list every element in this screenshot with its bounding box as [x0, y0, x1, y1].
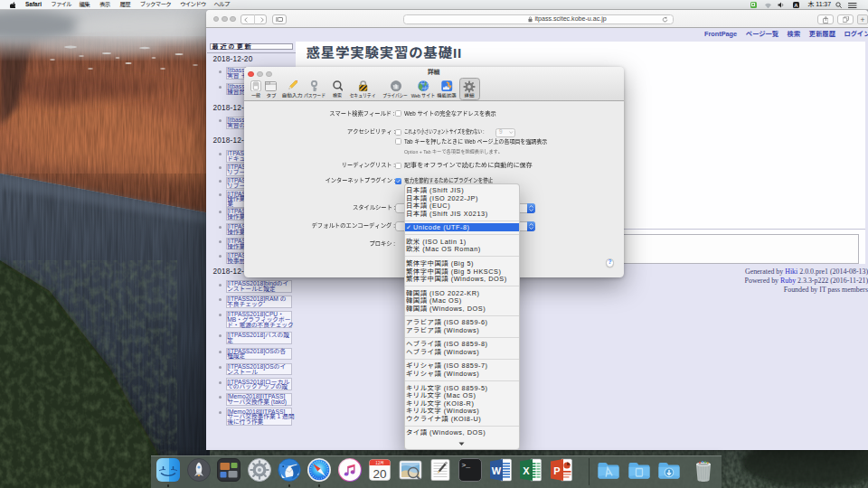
- svg-text:W: W: [492, 465, 502, 476]
- svg-text:12月: 12月: [376, 460, 384, 465]
- svg-text:X: X: [524, 465, 531, 476]
- svg-text:20: 20: [373, 467, 387, 481]
- svg-text:>_: >_: [462, 461, 471, 469]
- svg-text:P: P: [553, 465, 560, 476]
